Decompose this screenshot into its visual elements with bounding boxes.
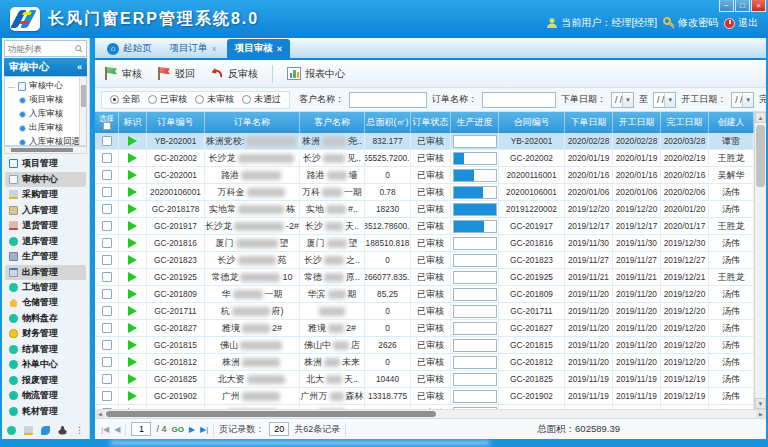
close-tab-icon[interactable]: × bbox=[277, 44, 282, 54]
more-icon[interactable]: ⋮ bbox=[75, 426, 84, 435]
row-checkbox[interactable] bbox=[102, 374, 112, 384]
sidebar-item-物料盘存[interactable]: 物料盘存 bbox=[5, 311, 86, 326]
select-all-checkbox[interactable] bbox=[103, 122, 111, 130]
sidebar-item-耗材管理[interactable]: 耗材管理 bbox=[5, 404, 86, 419]
sidebar-item-退货管理[interactable]: 退货管理 bbox=[5, 218, 86, 233]
row-checkbox[interactable] bbox=[102, 187, 112, 197]
sidebar-item-物流管理[interactable]: 物流管理 bbox=[5, 388, 86, 403]
sidebar-item-退库管理[interactable]: 退库管理 bbox=[5, 234, 86, 249]
sidebar-item-工地管理[interactable]: 工地管理 bbox=[5, 280, 86, 295]
tree-root-audit-center[interactable]: — 审核中心 bbox=[8, 79, 86, 93]
row-checkbox[interactable] bbox=[102, 306, 112, 316]
logout-button[interactable]: 退出 bbox=[724, 16, 758, 30]
radio-未通过[interactable]: 未通过 bbox=[242, 93, 281, 106]
row-checkbox[interactable] bbox=[102, 153, 112, 163]
column-header-下单日期[interactable]: 下单日期 bbox=[565, 112, 613, 133]
radio-未审核[interactable]: 未审核 bbox=[195, 93, 234, 106]
column-header-客户名称[interactable]: 客户名称 bbox=[300, 112, 365, 133]
tab-项目订单[interactable]: 项目订单× bbox=[162, 39, 225, 58]
function-search[interactable] bbox=[4, 40, 87, 57]
sidebar-item-补单中心[interactable]: 补单中心 bbox=[5, 357, 86, 372]
row-checkbox[interactable] bbox=[102, 357, 112, 367]
swoosh-icon[interactable] bbox=[41, 426, 50, 435]
sidebar-item-项目管理[interactable]: 项目管理 bbox=[5, 156, 86, 171]
row-checkbox[interactable] bbox=[102, 136, 112, 146]
table-row[interactable]: YB-202001株洲党校:株洲尧..832.177已审核YB-20200120… bbox=[95, 133, 754, 150]
row-checkbox[interactable] bbox=[102, 204, 112, 214]
go-button[interactable]: GO bbox=[171, 425, 183, 434]
table-row[interactable]: GC-2018178实地常栋实地#..18230已审核2019122000220… bbox=[95, 201, 754, 218]
table-row[interactable]: GC-201917长沙龙-2#长沙天..8512.78600..已审核GC-20… bbox=[95, 218, 754, 235]
column-header-开工日期[interactable]: 开工日期 bbox=[613, 112, 661, 133]
column-header-订单编号[interactable]: 订单编号 bbox=[147, 112, 205, 133]
page-size-input[interactable] bbox=[269, 422, 289, 436]
row-checkbox[interactable] bbox=[102, 289, 112, 299]
sidebar-item-仓储管理[interactable]: 仓储管理 bbox=[5, 295, 86, 310]
table-row[interactable]: GC-202001路港路港墙0已审核202001160012020/01/162… bbox=[95, 167, 754, 184]
tree-item-入库审核回退[interactable]: 入库审核回退 bbox=[8, 135, 86, 146]
row-checkbox[interactable] bbox=[102, 323, 112, 333]
column-header-选择[interactable]: 选择 bbox=[95, 112, 119, 133]
last-page-button[interactable]: ▶| bbox=[200, 425, 208, 434]
sidebar-item-报废管理[interactable]: 报废管理 bbox=[5, 373, 86, 388]
order-date-to-picker[interactable]: / /▼ bbox=[653, 92, 676, 108]
row-checkbox[interactable] bbox=[102, 272, 112, 282]
scroll-right-icon[interactable]: ▶ bbox=[756, 410, 766, 418]
table-row[interactable]: GC-202002长沙龙长沙见..65525.7200..已审核GC-20200… bbox=[95, 150, 754, 167]
scroll-down-icon[interactable]: ▼ bbox=[755, 398, 766, 409]
tab-起始页[interactable]: ⌂起始页 bbox=[99, 39, 160, 58]
scroll-thumb[interactable] bbox=[106, 411, 436, 417]
column-header-完工日期[interactable]: 完工日期 bbox=[661, 112, 709, 133]
column-header-订单状态[interactable]: 订单状态 bbox=[411, 112, 451, 133]
column-header-创建人[interactable]: 创建人 bbox=[709, 112, 754, 133]
chevron-down-icon[interactable]: ▼ bbox=[622, 93, 633, 107]
row-checkbox[interactable] bbox=[102, 238, 112, 248]
table-row[interactable]: 20200106001万科金万科一期0.78已审核202001060012020… bbox=[95, 184, 754, 201]
chevron-down-icon[interactable]: ▼ bbox=[742, 93, 753, 107]
table-row[interactable]: GC-201902广州广州万森林13318.775已审核GC-201902201… bbox=[95, 388, 754, 405]
function-search-input[interactable] bbox=[8, 44, 75, 54]
tab-项目审核[interactable]: 项目审核× bbox=[227, 39, 290, 58]
person2-icon[interactable] bbox=[58, 426, 67, 435]
chevron-down-icon[interactable]: ▼ bbox=[664, 93, 675, 107]
column-header-订单名称[interactable]: 订单名称 bbox=[205, 112, 300, 133]
collapse-panel-icon[interactable]: « bbox=[77, 62, 82, 72]
row-checkbox[interactable] bbox=[102, 391, 112, 401]
tree-horizontal-scrollbar[interactable] bbox=[4, 146, 87, 154]
tree-item-入库审核[interactable]: 入库审核 bbox=[8, 107, 86, 121]
row-checkbox[interactable] bbox=[102, 221, 112, 231]
prev-page-button[interactable]: ◀ bbox=[114, 425, 120, 434]
cart2-icon[interactable] bbox=[24, 426, 33, 435]
toolbar-button-报表中心[interactable]: 报表中心 bbox=[287, 67, 345, 81]
customer-name-input[interactable] bbox=[349, 92, 427, 108]
grid-vertical-scrollbar[interactable]: ▲ ▼ bbox=[754, 112, 766, 409]
column-header-生产进度[interactable]: 生产进度 bbox=[451, 112, 499, 133]
tree-item-出库审核[interactable]: 出库审核 bbox=[8, 121, 86, 135]
row-checkbox[interactable] bbox=[102, 170, 112, 180]
radio-全部[interactable]: 全部 bbox=[110, 93, 140, 106]
toolbar-button-驳回[interactable]: 驳回 bbox=[156, 66, 195, 81]
toolbar-button-审核[interactable]: 审核 bbox=[103, 66, 142, 81]
grid-horizontal-scrollbar[interactable]: ◀ ▶ bbox=[95, 409, 766, 418]
sidebar-item-财务管理[interactable]: 财务管理 bbox=[5, 326, 86, 341]
table-row[interactable]: GC-201812株洲株洲未来0已审核GC-2018122019/11/2020… bbox=[95, 354, 754, 371]
tree-vertical-scrollbar[interactable] bbox=[79, 77, 86, 145]
scroll-thumb[interactable] bbox=[756, 125, 765, 187]
sidebar-item-结算管理[interactable]: 结算管理 bbox=[5, 342, 86, 357]
tree-item-项目审核[interactable]: 项目审核 bbox=[8, 93, 86, 107]
circle-icon[interactable] bbox=[7, 426, 16, 435]
table-row[interactable]: GC-201816厦门望厦门望188510.818已审核GC-201816201… bbox=[95, 235, 754, 252]
sidebar-item-审核中心[interactable]: 审核中心 bbox=[5, 172, 86, 187]
row-checkbox[interactable] bbox=[102, 340, 112, 350]
table-row[interactable]: GC-201825北大资北大天..10440已审核GC-2018252019/1… bbox=[95, 371, 754, 388]
toolbar-button-反审核[interactable]: 反审核 bbox=[209, 67, 258, 81]
start-date-picker[interactable]: / /▼ bbox=[731, 92, 754, 108]
table-row[interactable]: GC-201815佛山佛山中店2626已审核GC-2018152019/11/2… bbox=[95, 337, 754, 354]
first-page-button[interactable]: |◀ bbox=[101, 425, 109, 434]
table-row[interactable]: GC-201823长沙苑长沙之..0已审核GC-2018232019/11/27… bbox=[95, 252, 754, 269]
change-password-button[interactable]: 修改密码 bbox=[663, 16, 718, 30]
row-checkbox[interactable] bbox=[102, 255, 112, 265]
table-row[interactable]: GC-201711杭府)0已审核GC-2017112019/11/202019/… bbox=[95, 303, 754, 320]
minimize-button[interactable]: − bbox=[719, 0, 734, 12]
column-header-标识[interactable]: 标识 bbox=[119, 112, 147, 133]
